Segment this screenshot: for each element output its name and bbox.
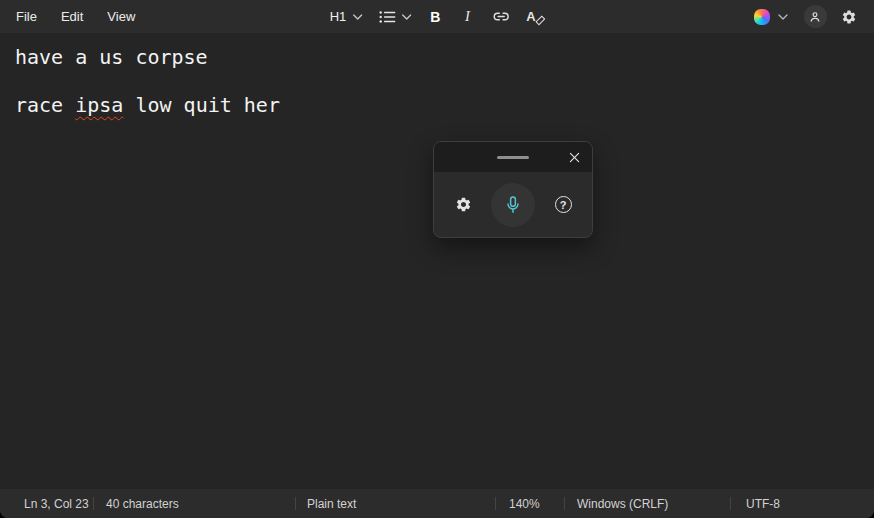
close-button[interactable] xyxy=(562,145,586,169)
copilot-dropdown-button[interactable] xyxy=(746,4,796,30)
menu-edit[interactable]: Edit xyxy=(49,3,95,30)
voice-settings-button[interactable] xyxy=(448,190,478,220)
help-icon: ? xyxy=(555,196,572,213)
bold-icon: B xyxy=(430,9,440,25)
chevron-down-icon xyxy=(401,14,411,20)
chevron-down-icon xyxy=(352,14,362,20)
editor-line: have a us corpse xyxy=(15,45,859,69)
bulleted-list-icon xyxy=(378,10,395,24)
misspelled-word: ipsa xyxy=(75,93,123,117)
bold-button[interactable]: B xyxy=(421,4,449,30)
heading-style-dropdown[interactable]: H1 xyxy=(324,4,369,30)
copilot-icon xyxy=(754,9,770,25)
list-style-dropdown[interactable] xyxy=(372,4,417,30)
titlebar: File Edit View H1 xyxy=(0,0,874,33)
link-icon xyxy=(491,7,510,26)
person-icon xyxy=(808,10,822,24)
link-button[interactable] xyxy=(485,4,516,30)
character-count: 40 characters xyxy=(93,489,295,518)
clear-formatting-icon: A xyxy=(526,9,544,25)
voice-dialog-titlebar[interactable] xyxy=(434,142,592,172)
italic-icon: I xyxy=(465,8,470,25)
close-icon xyxy=(569,152,580,163)
voice-help-button[interactable]: ? xyxy=(548,190,578,220)
heading-style-label: H1 xyxy=(330,9,347,24)
text-segment: have a us corpse xyxy=(15,45,208,69)
gear-icon xyxy=(841,9,857,25)
account-button[interactable] xyxy=(800,3,830,31)
menubar: File Edit View xyxy=(0,3,147,30)
text-editor[interactable]: have a us corpserace ipsa low quit her xyxy=(0,33,874,489)
chevron-down-icon xyxy=(778,14,788,20)
voice-typing-dialog: ? xyxy=(433,141,593,238)
drag-handle[interactable] xyxy=(497,156,529,159)
settings-button[interactable] xyxy=(834,3,864,31)
clear-formatting-button[interactable]: A xyxy=(520,4,550,30)
avatar xyxy=(804,5,827,28)
encoding: UTF-8 xyxy=(730,489,874,518)
menu-file[interactable]: File xyxy=(4,3,49,30)
gear-icon xyxy=(455,196,472,213)
zoom-level: 140% xyxy=(495,489,564,518)
italic-button[interactable]: I xyxy=(453,4,481,30)
titlebar-right xyxy=(746,3,874,31)
notepad-window: File Edit View H1 xyxy=(0,0,874,518)
text-segment: low quit her xyxy=(123,93,280,117)
menu-view[interactable]: View xyxy=(95,3,147,30)
line-ending: Windows (CRLF) xyxy=(564,489,730,518)
statusbar: Ln 3, Col 23 40 characters Plain text 14… xyxy=(0,489,874,518)
cursor-position: Ln 3, Col 23 xyxy=(0,489,93,518)
formatting-toolbar: H1 B xyxy=(324,0,551,33)
editor-line: race ipsa low quit her xyxy=(15,93,859,117)
voice-dialog-body: ? xyxy=(434,172,592,237)
microphone-button[interactable] xyxy=(491,183,535,227)
document-type: Plain text xyxy=(295,489,495,518)
editor-line xyxy=(15,69,859,93)
text-segment: race xyxy=(15,93,75,117)
microphone-icon xyxy=(502,194,524,216)
